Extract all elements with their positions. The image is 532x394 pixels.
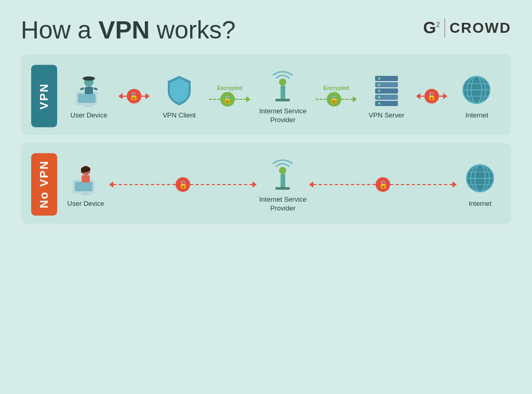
dashed-line-red2 [141,96,145,97]
svg-rect-11 [275,99,290,101]
svg-point-10 [279,78,286,86]
user-device-icon-2 [68,160,104,196]
vpn-server-node: VPN Server [366,72,407,120]
novpn-internet-node: Internet [459,160,501,208]
novpn-diagram: User Device 🔓 [65,153,501,216]
svg-point-18 [378,84,380,86]
dashed-green-4 [341,99,353,100]
svg-rect-7 [80,87,85,90]
novpn-internet-label: Internet [469,200,491,208]
page-title: How a VPN works? [21,16,235,44]
arrow-left [118,93,123,99]
lock-red-novpn-2: 🔓 [376,177,390,192]
svg-point-19 [378,90,380,92]
svg-rect-6 [85,77,92,81]
svg-point-34 [279,167,286,174]
novpn-label: No VPN [31,153,57,216]
novpn-nodes-row: User Device 🔓 [65,153,501,216]
lock-green-1: 🔒 [220,92,235,107]
svg-rect-32 [82,175,90,182]
vpn-client-label: VPN Client [163,111,196,120]
conn1: 🔓 [116,89,152,103]
arrow-green-right [246,96,250,102]
page: How a VPN works? G2 CROWD VPN [0,0,532,394]
isp-label: Internet ServiceProvider [259,107,307,125]
novpn-isp-node: Internet ServiceProvider [259,156,307,213]
arrow-green-right2 [353,96,357,102]
encrypted-label-1: Encrypted [217,85,242,91]
svg-rect-35 [275,187,290,190]
conn3: Encrypted 🔒 [313,85,360,107]
internet-label: Internet [466,111,488,120]
dashed-green-1 [209,99,220,100]
arrow-right [145,93,150,99]
crowd-logo: CROWD [449,20,511,36]
dashed-novpn-2 [190,184,252,185]
isp-icon-2 [265,156,301,192]
isp-icon [264,68,301,104]
vpn-client-node: VPN Client [158,72,200,120]
dashed-novpn-4 [390,184,453,185]
svg-point-21 [378,102,380,104]
svg-marker-2 [84,105,94,107]
svg-rect-1 [78,94,96,103]
logo-divider [444,19,445,37]
vpn-section: VPN [21,55,511,135]
header: How a VPN works? G2 CROWD [21,16,511,44]
vpn-user-device-node: User Device [68,72,110,120]
lock-green-2: 🔒 [327,92,341,107]
novpn-user-device-label: User Device [68,200,104,208]
lock-red-1: 🔓 [127,89,141,103]
dashed-green-3 [315,99,327,100]
arrow-left-novpn2 [309,181,313,188]
vpn-diagram: User Device 🔓 [65,65,501,127]
dashed-novpn-3 [313,184,376,185]
user-device-label: User Device [71,111,108,120]
vpn-nodes-row: User Device 🔓 [65,65,501,127]
lock-red-2: 🔓 [424,89,439,103]
vpn-internet-node: Internet [456,72,498,120]
novpn-conn2: 🔓 [307,177,459,192]
lock-red-novpn-1: 🔓 [176,177,190,192]
vpn-server-label: VPN Server [369,111,405,120]
svg-rect-9 [281,86,285,100]
dashed-green-2 [235,99,246,100]
novpn-conn1: 🔓 [107,177,259,192]
arrow-right-novpn [252,181,257,188]
arrow-left-novpn [109,181,113,188]
svg-rect-8 [94,87,98,90]
svg-point-17 [378,77,380,80]
vpn-server-icon [368,72,405,108]
encrypted-label-2: Encrypted [324,85,349,91]
svg-point-20 [378,96,380,98]
internet-icon-2 [462,160,498,196]
vpn-label: VPN [31,65,57,127]
arrow-right-novpn2 [453,181,457,188]
g2-logo: G2 [423,18,440,37]
conn4: 🔓 [414,89,450,103]
novpn-user-device-node: User Device [65,160,107,208]
svg-rect-33 [281,174,285,189]
novpn-section: No VPN [21,143,511,224]
internet-icon [459,72,495,108]
conn2: Encrypted 🔒 [206,85,253,107]
dashed-line-red [123,96,127,97]
user-device-icon [71,72,107,108]
svg-rect-29 [75,182,92,191]
vpn-client-icon [161,72,197,108]
arrow-right2 [443,93,447,99]
arrow-left2 [416,93,420,99]
logo: G2 CROWD [423,18,511,37]
dashed-red-4 [439,96,443,97]
svg-marker-30 [81,193,91,195]
vpn-isp-node: Internet ServiceProvider [259,68,307,125]
svg-rect-4 [85,87,93,94]
novpn-isp-label: Internet ServiceProvider [259,195,307,213]
dashed-novpn-1 [113,184,176,185]
dashed-red-3 [420,96,424,97]
